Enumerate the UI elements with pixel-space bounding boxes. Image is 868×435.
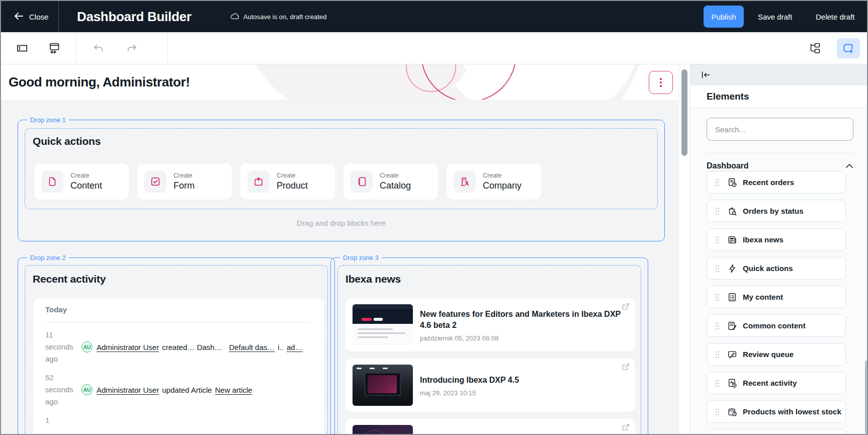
notebook-icon (351, 170, 373, 193)
news-item-date: maj 29, 2023 10:15 (420, 389, 519, 397)
activity-timestamp: 52 seconds ago (45, 372, 74, 408)
open-external-icon[interactable] (622, 423, 630, 433)
element-item-label: Quick actions (743, 264, 793, 273)
drag-handle-icon[interactable] (715, 265, 720, 272)
activity-item: 11 seconds ago AU Administrator User cre… (45, 329, 312, 365)
divider (707, 153, 853, 153)
activity-item: 1 (45, 414, 312, 426)
news-item[interactable]: New features for Editors and Marketers i… (345, 298, 635, 352)
news-item[interactable]: Ibexa DXP 4.4: A New Dawn for B2B Ecomme… (345, 419, 635, 435)
news-thumbnail (353, 304, 413, 345)
drag-handle-icon[interactable] (715, 236, 720, 243)
close-label: Close (29, 13, 48, 21)
toolbar-section-divider (167, 32, 167, 64)
structure-view-button[interactable] (806, 39, 824, 57)
drag-handle-icon[interactable] (715, 408, 720, 415)
news-item-title: Introducing Ibexa DXP 4.5 (420, 375, 519, 386)
search-input[interactable] (707, 118, 853, 141)
divider (45, 322, 312, 322)
drop-zone-3[interactable]: Drop zone 3 Ibexa news New features for … (330, 257, 648, 435)
main-scrollbar-thumb[interactable] (681, 69, 687, 156)
element-item-label: Recent orders (743, 178, 794, 187)
save-draft-button[interactable]: Save draft (758, 6, 792, 28)
create-company-card[interactable]: Create Company (447, 163, 541, 200)
drag-handle-icon[interactable] (715, 351, 720, 358)
delete-draft-button[interactable]: Delete draft (816, 6, 855, 28)
drag-handle-icon[interactable] (715, 322, 720, 329)
page-pulse-clock-icon (727, 378, 738, 388)
recent-activity-card: Today 11 seconds ago AU Administrator Us… (33, 298, 324, 435)
drag-handle-icon[interactable] (715, 207, 720, 215)
comment-pencil-icon (727, 350, 738, 360)
text-field-tool-button[interactable] (13, 39, 31, 57)
element-item-review-queue[interactable]: Review queue (707, 343, 846, 366)
panel-scrollbar-thumb[interactable] (865, 361, 868, 434)
drop-zone-2-label: Drop zone 2 (27, 254, 69, 262)
drop-zone-3-label: Drop zone 3 (340, 254, 382, 262)
create-form-label: Form (173, 181, 195, 191)
element-item-my-content[interactable]: My content (707, 286, 846, 308)
create-product-card[interactable]: Create Product (240, 163, 335, 200)
create-kicker: Create (380, 172, 411, 179)
user-link[interactable]: Administrator User (97, 386, 159, 394)
drag-handle-icon[interactable] (715, 179, 720, 186)
main-scrollbar[interactable] (678, 64, 690, 435)
drop-zone-1[interactable]: Drop zone 1 Quick actions Create Content (18, 120, 665, 241)
open-external-icon[interactable] (622, 303, 630, 312)
publish-button[interactable]: Publish (704, 6, 744, 28)
redo-button[interactable] (123, 39, 141, 57)
create-form-card[interactable]: Create Form (137, 163, 232, 200)
user-link[interactable]: Administrator User (97, 343, 159, 352)
dashboard-canvas: Drop zone 1 Quick actions Create Content (1, 100, 678, 435)
element-item-label: Ibexa news (743, 235, 784, 244)
box-icon (247, 170, 270, 193)
news-item[interactable]: Introducing Ibexa DXP 4.5 maj 29, 2023 1… (345, 359, 635, 412)
open-external-icon[interactable] (622, 363, 630, 373)
element-item-ibexa-news[interactable]: Ibexa news (707, 228, 846, 251)
app-title: Dashboard Builder (77, 1, 192, 32)
document-list-icon (727, 292, 738, 302)
element-item-quick-actions[interactable]: Quick actions (707, 257, 846, 280)
panel-toolbar (690, 64, 868, 85)
element-item-common-content[interactable]: Common content (707, 314, 846, 337)
element-item-label: Products with lowest stock (743, 407, 841, 416)
element-item-products-with-lowest-stock[interactable]: Products with lowest stock (707, 400, 846, 423)
create-catalog-card[interactable]: Create Catalog (343, 163, 438, 200)
chevron-up-icon[interactable] (845, 161, 853, 170)
recent-activity-title: Recent activity (33, 273, 106, 285)
element-item-recent-orders[interactable]: Recent orders (707, 171, 846, 194)
create-content-card[interactable]: Create Content (34, 163, 129, 200)
news-thumbnail (353, 365, 413, 406)
element-item-orders-by-status[interactable]: Orders by status (707, 200, 846, 222)
close-button[interactable]: Close (14, 1, 48, 32)
element-item-label: Recent activity (743, 379, 797, 387)
element-item-recent-activity[interactable]: Recent activity (707, 372, 846, 394)
news-item-title: New features for Editors and Marketers i… (420, 309, 621, 331)
activity-action-text: i.. (278, 343, 284, 352)
building-user-icon (454, 170, 476, 193)
content-link[interactable]: New article (215, 386, 252, 394)
dashboard-builder-screen: Close Dashboard Builder Autosave is on, … (0, 0, 868, 435)
drag-handle-icon[interactable] (715, 293, 720, 301)
content-link[interactable]: Default das… (229, 343, 275, 352)
element-item-partial[interactable] (707, 429, 846, 435)
autosave-status-text: Autosave is on, draft created (243, 13, 326, 21)
drop-zone-2[interactable]: Drop zone 2 Recent activity Today 11 sec… (18, 257, 335, 435)
activity-item: 52 seconds ago AU Administrator User upd… (45, 372, 312, 408)
quick-actions-title: Quick actions (33, 135, 101, 147)
drag-handle-icon[interactable] (715, 379, 720, 387)
create-kicker: Create (70, 172, 102, 179)
add-element-button[interactable] (837, 38, 860, 58)
document-wand-icon (727, 321, 738, 331)
undo-button[interactable] (90, 39, 108, 57)
news-thumbnail (353, 425, 413, 435)
ibexa-news-title: Ibexa news (345, 273, 401, 285)
user-avatar: AU (81, 384, 93, 395)
layout-resize-tool-button[interactable] (45, 39, 63, 57)
page-options-kebab-button[interactable] (649, 71, 673, 94)
section-dashboard-label: Dashboard (707, 161, 749, 170)
activity-timestamp: 1 (45, 414, 74, 426)
create-kicker: Create (173, 172, 195, 179)
content-link[interactable]: ad… (287, 343, 303, 352)
collapse-panel-button[interactable] (701, 71, 711, 79)
